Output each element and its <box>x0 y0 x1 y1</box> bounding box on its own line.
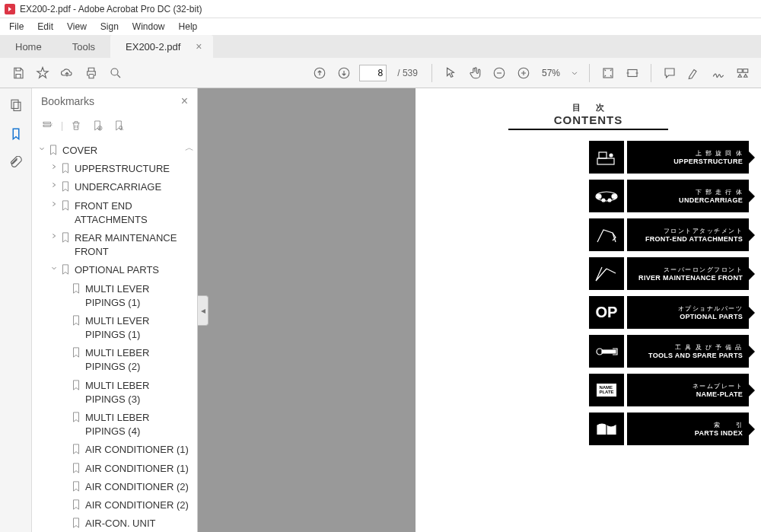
pointer-icon[interactable] <box>441 64 460 82</box>
contents-header: 目次 CONTENTS <box>508 102 668 130</box>
bm-child[interactable]: MULTI LEBER PIPINGS (4) <box>37 409 193 441</box>
bm-label: MULTI LEBER PIPINGS (2) <box>85 346 191 374</box>
contents-row[interactable]: 下 部 走 行 体UNDERCARRIAGE <box>589 180 749 212</box>
section-en: OPTIONAL PARTS <box>680 313 743 320</box>
chevron-down-icon[interactable] <box>37 145 47 152</box>
bm-child[interactable]: AIR CONDITIONER (2) <box>37 478 193 496</box>
comment-icon[interactable] <box>661 64 679 82</box>
section-icon <box>589 335 624 368</box>
fit-page-icon[interactable] <box>599 64 617 82</box>
bm-front[interactable]: FRONT END ATTACHMENTS <box>37 197 193 229</box>
contents-row[interactable]: 上 部 旋 回 体UPPERSTRUCTURE <box>589 141 749 174</box>
bookmark-icon <box>70 518 82 528</box>
bm-label: AIR CONDITIONER (2) <box>85 480 191 494</box>
section-icon <box>589 218 624 251</box>
svg-rect-10 <box>14 102 21 110</box>
chevron-down-icon[interactable] <box>49 264 59 272</box>
menu-window[interactable]: Window <box>126 20 171 33</box>
bm-new-icon[interactable] <box>89 117 106 134</box>
search-icon[interactable] <box>107 64 125 82</box>
attachments-icon[interactable] <box>5 152 27 174</box>
contents-row[interactable]: OPオプショナルパーツOPTIONAL PARTS <box>589 296 749 329</box>
bm-child[interactable]: AIR CONDITIONER (1) <box>37 460 193 478</box>
sign-icon[interactable] <box>709 64 728 82</box>
chevron-right-icon[interactable] <box>49 232 59 240</box>
section-bar: フロントアタッチメントFRONT-END ATTACHMENTS <box>627 218 749 251</box>
menu-help[interactable]: Help <box>173 20 204 33</box>
zoom-out-icon[interactable] <box>490 64 508 82</box>
previous-page-edge <box>198 88 412 532</box>
section-jp: オプショナルパーツ <box>678 304 743 313</box>
tab-tools[interactable]: Tools <box>57 36 110 58</box>
chevron-right-icon[interactable] <box>49 200 59 208</box>
bm-child[interactable]: MULTI LEVER PIPINGS (1) <box>37 280 193 312</box>
bm-child[interactable]: AIR CONDITIONER (2) <box>37 496 193 514</box>
contents-title-jp: 目次 <box>508 102 668 113</box>
save-icon[interactable] <box>9 64 27 82</box>
section-jp: 下 部 走 行 体 <box>696 188 743 196</box>
bm-rear[interactable]: REAR MAINTENANCE FRONT <box>37 229 193 261</box>
section-jp: ネームプレート <box>693 382 743 390</box>
toolbar: / 539 57% <box>0 58 761 88</box>
menu-file[interactable]: File <box>3 20 30 33</box>
print-icon[interactable] <box>82 64 100 82</box>
bm-label: MULTI LEVER PIPINGS (1) <box>85 282 191 310</box>
zoom-level[interactable]: 57% <box>539 68 563 78</box>
bm-under[interactable]: UNDERCARRIAGE <box>37 178 193 196</box>
contents-row[interactable]: 索 引PARTS INDEX <box>589 413 749 445</box>
bm-child[interactable]: MULTI LEBER PIPINGS (3) <box>37 377 193 409</box>
collapse-handle-icon[interactable]: ◂ <box>198 295 209 326</box>
bm-optional[interactable]: OPTIONAL PARTS <box>37 261 193 279</box>
page-total: / 539 <box>393 68 422 78</box>
section-jp: スーパーロングフロント <box>664 266 743 274</box>
bookmarks-panel: Bookmarks × | ︿ COVER UPPERSTRUCTURE <box>32 88 198 532</box>
close-icon[interactable]: × <box>196 40 202 53</box>
tab-home[interactable]: Home <box>0 36 57 58</box>
menu-edit[interactable]: Edit <box>31 20 59 33</box>
bm-child[interactable]: MULTI LEVER PIPINGS (1) <box>37 312 193 344</box>
tabbar: Home Tools EX200-2.pdf × <box>0 35 761 58</box>
hand-icon[interactable] <box>466 64 484 82</box>
main-area: Bookmarks × | ︿ COVER UPPERSTRUCTURE <box>0 88 761 532</box>
fit-width-icon[interactable] <box>623 64 642 82</box>
more-icon[interactable] <box>734 64 752 82</box>
bm-upper[interactable]: UPPERSTRUCTURE <box>37 160 193 178</box>
thumbnails-icon[interactable] <box>5 94 27 116</box>
bm-child[interactable]: MULTI LEBER PIPINGS (2) <box>37 344 193 376</box>
page-area[interactable]: ◂ 目次 CONTENTS 上 部 旋 回 体UPPERSTRUCTURE下 部… <box>198 88 761 532</box>
page-number-input[interactable] <box>359 65 387 81</box>
highlight-icon[interactable] <box>685 64 703 82</box>
contents-row[interactable]: 工 具 及 び 予 備 品TOOLS AND SPARE PARTS <box>589 335 749 368</box>
bm-child[interactable]: AIR CONDITIONER (1) <box>37 441 193 459</box>
section-en: PARTS INDEX <box>695 429 743 437</box>
section-bar: 工 具 及 び 予 備 品TOOLS AND SPARE PARTS <box>627 335 749 368</box>
svg-rect-7 <box>737 68 742 72</box>
chevron-right-icon[interactable] <box>49 163 59 170</box>
chevron-right-icon[interactable] <box>49 181 59 189</box>
bm-label: MULTI LEBER PIPINGS (3) <box>85 379 191 406</box>
bm-label: AIR-CON. UNIT <box>85 517 191 530</box>
star-icon[interactable] <box>33 64 52 82</box>
close-panel-icon[interactable]: × <box>181 94 188 108</box>
bm-cover[interactable]: COVER <box>37 142 193 160</box>
contents-row[interactable]: スーパーロングフロントRIVER MAINTENANCE FRONT <box>589 257 749 290</box>
bookmark-tree[interactable]: ︿ COVER UPPERSTRUCTURE UNDERCARRIAGE <box>32 140 197 532</box>
section-icon <box>589 141 624 174</box>
zoom-in-icon[interactable] <box>514 64 533 82</box>
tab-document[interactable]: EX200-2.pdf × <box>110 35 212 58</box>
scroll-up-icon[interactable]: ︿ <box>185 142 194 155</box>
page-up-icon[interactable] <box>310 64 329 82</box>
contents-row[interactable]: NAMEPLATEネームプレートNAME-PLATE <box>589 374 749 406</box>
bookmarks-icon[interactable] <box>5 123 27 145</box>
bm-child[interactable]: AIR-CON. UNIT <box>37 514 193 532</box>
bm-delete-icon[interactable] <box>68 117 84 134</box>
cloud-icon[interactable] <box>58 64 76 82</box>
page-down-icon[interactable] <box>335 64 353 82</box>
chevron-down-icon[interactable] <box>569 64 580 82</box>
menu-sign[interactable]: Sign <box>94 20 125 33</box>
bm-find-icon[interactable] <box>110 117 127 134</box>
bm-options-icon[interactable] <box>40 117 56 134</box>
menu-view[interactable]: View <box>61 20 93 33</box>
contents-row[interactable]: フロントアタッチメントFRONT-END ATTACHMENTS <box>589 218 749 251</box>
bm-label: AIR CONDITIONER (2) <box>85 499 191 512</box>
